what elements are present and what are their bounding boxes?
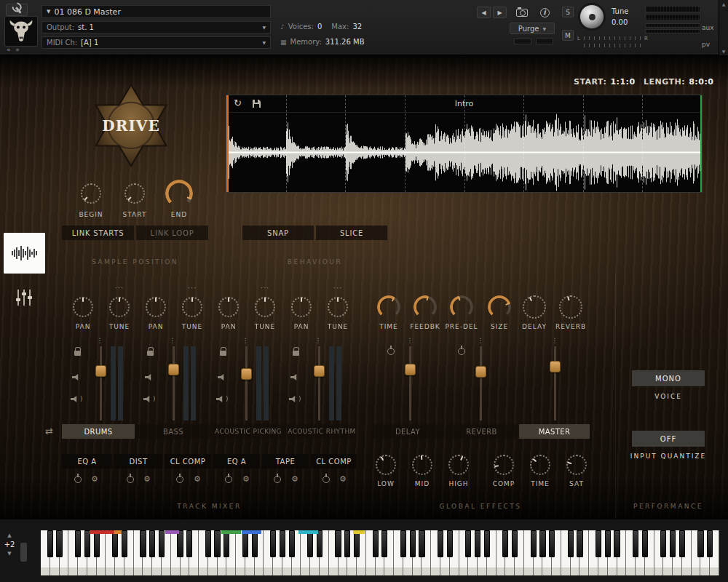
delay-send-knob[interactable] [523, 295, 546, 319]
header-scroll-rail[interactable]: ▲ ▼ [719, 0, 728, 55]
piano-key-black[interactable] [577, 530, 582, 557]
swap-icon[interactable]: ⇄ [45, 426, 53, 436]
pan-ruler[interactable] [584, 36, 642, 40]
gear-icon[interactable]: ⚙ [143, 475, 151, 483]
collapse-arrows-icon[interactable]: « » [7, 46, 21, 53]
pan-knob[interactable] [291, 297, 312, 317]
tune-knob-channel[interactable] [328, 297, 348, 317]
wave-view-tab[interactable] [4, 233, 45, 274]
start-knob[interactable] [124, 183, 145, 204]
tune-knob[interactable] [579, 4, 604, 29]
piano-key-black[interactable] [512, 530, 518, 557]
gear-icon[interactable]: ⚙ [194, 475, 201, 483]
edit-wrench-button[interactable] [6, 4, 28, 16]
speaker-quiet-icon[interactable] [218, 374, 226, 380]
speaker-loud-icon[interactable] [289, 396, 297, 402]
pan-knob[interactable] [146, 297, 166, 317]
speaker-quiet-icon[interactable] [72, 374, 80, 380]
piano-key-black[interactable] [270, 530, 276, 557]
pan-knob[interactable] [73, 297, 93, 317]
reverb-level-handle[interactable] [475, 366, 486, 378]
reverb-size-knob[interactable] [488, 295, 511, 319]
volume-fader-track[interactable] [100, 346, 102, 420]
piano-key-black[interactable] [177, 530, 183, 557]
piano-key-black[interactable] [697, 530, 703, 557]
next-instrument-button[interactable]: ▶ [493, 7, 507, 18]
power-icon[interactable] [458, 348, 465, 355]
tune-knob-channel[interactable] [109, 297, 130, 317]
speaker-quiet-icon[interactable] [145, 374, 153, 380]
lock-icon[interactable] [147, 351, 154, 356]
master-level-handle[interactable] [550, 361, 561, 372]
tab-acoustic-rhythm[interactable]: ACOUSTIC RHYTHM [287, 424, 357, 439]
power-icon[interactable] [225, 476, 232, 483]
piano-key-black[interactable] [84, 530, 90, 557]
gear-icon[interactable]: ⚙ [242, 475, 250, 483]
piano-key-black[interactable] [484, 530, 490, 557]
piano-key-black[interactable] [419, 530, 424, 557]
piano-key-black[interactable] [381, 530, 387, 557]
width-ruler[interactable] [584, 44, 642, 47]
master-time-knob[interactable] [530, 455, 550, 475]
volume-fader-handle[interactable] [314, 365, 325, 377]
fx-slot-clcomp-2[interactable]: CL COMP [311, 454, 357, 469]
speaker-loud-icon[interactable] [216, 396, 224, 402]
piano-key-black[interactable] [539, 530, 545, 557]
master-level-track[interactable] [554, 346, 556, 420]
reverb-predelay-knob[interactable] [450, 295, 473, 319]
piano-key-black[interactable] [373, 530, 379, 557]
piano-key-black[interactable] [438, 530, 443, 557]
fx-slot-eqa-1[interactable]: EQ A [62, 454, 112, 469]
reverb-send-knob[interactable] [559, 295, 582, 319]
piano-key-black[interactable] [475, 530, 480, 557]
piano-key-black[interactable] [465, 530, 471, 557]
reverb-level-track[interactable] [480, 346, 482, 420]
power-icon[interactable] [176, 476, 183, 483]
piano-key-black[interactable] [531, 530, 537, 557]
gear-icon[interactable]: ⚙ [291, 475, 298, 483]
gear-icon[interactable]: ⚙ [339, 475, 347, 483]
speaker-loud-icon[interactable] [143, 396, 151, 402]
piano-key-black[interactable] [614, 530, 620, 557]
lock-icon[interactable] [293, 351, 299, 356]
piano-key-black[interactable] [679, 530, 685, 557]
link-starts-button[interactable]: LINK STARTS [62, 226, 134, 240]
delay-time-knob[interactable] [377, 295, 400, 319]
begin-knob[interactable] [81, 183, 101, 204]
speaker-quiet-icon[interactable] [290, 374, 298, 380]
piano-key-black[interactable] [252, 530, 258, 557]
delay-level-handle[interactable] [405, 364, 416, 375]
piano-key-black[interactable] [214, 530, 220, 557]
lock-icon[interactable] [220, 351, 226, 356]
power-icon[interactable] [387, 348, 395, 355]
tab-drums[interactable]: DRUMS [62, 424, 135, 439]
purge-dropdown[interactable]: Purge ▼ [510, 23, 555, 34]
piano-key-black[interactable] [707, 530, 713, 557]
piano-key-black[interactable] [335, 530, 341, 557]
piano-key-black[interactable] [317, 530, 323, 557]
link-loop-button[interactable]: LINK LOOP [136, 226, 208, 240]
piano-key-black[interactable] [400, 530, 406, 557]
lock-icon[interactable] [74, 351, 81, 356]
input-quantize-off-button[interactable]: OFF [632, 431, 705, 447]
end-knob[interactable] [165, 180, 193, 207]
sample-start-marker[interactable] [226, 95, 229, 192]
power-icon[interactable] [127, 476, 134, 483]
master-low-knob[interactable] [376, 455, 396, 475]
piano-key-black[interactable] [549, 530, 555, 557]
piano-key-black[interactable] [122, 530, 127, 557]
snapshot-camera-button[interactable] [514, 7, 530, 18]
piano-key-black[interactable] [670, 530, 676, 557]
fx-slot-tape[interactable]: TAPE [262, 454, 309, 469]
solo-button[interactable]: S [562, 7, 574, 17]
piano-key-black[interactable] [289, 530, 295, 557]
pan-knob[interactable] [218, 297, 239, 317]
piano-key-black[interactable] [159, 530, 165, 557]
transpose-up-icon[interactable]: ▲ [7, 533, 11, 538]
midi-channel-dropdown[interactable]: MIDI Ch: [A] 1 ▼ [41, 36, 271, 49]
piano-key-black[interactable] [47, 530, 53, 557]
piano-key-black[interactable] [447, 530, 453, 557]
piano-key-black[interactable] [75, 530, 81, 557]
transpose-down-icon[interactable]: ▼ [7, 551, 11, 557]
piano-key-black[interactable] [94, 530, 100, 557]
